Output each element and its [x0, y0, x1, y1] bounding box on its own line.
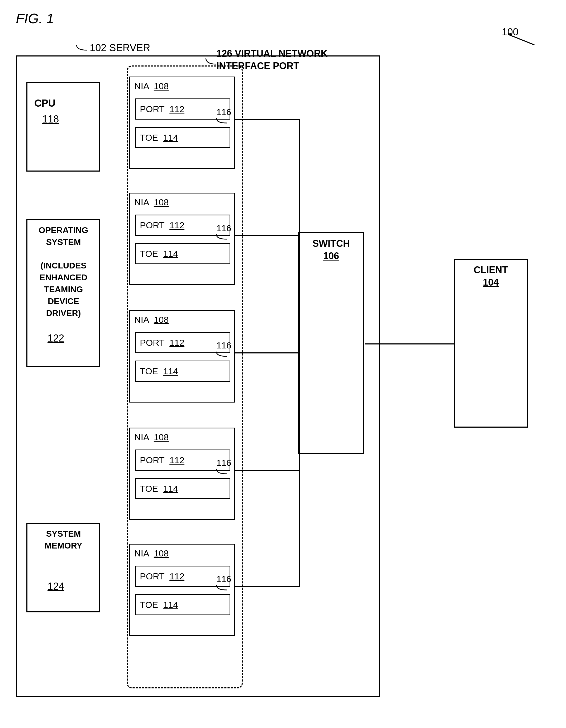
- line-116-4: [234, 470, 299, 471]
- nia-title-4: NIA 108: [134, 432, 169, 442]
- ref-116-label-3: 116: [217, 340, 232, 351]
- switch-client-line: [365, 343, 454, 344]
- client-label: CLIENT104: [456, 264, 525, 289]
- ref-116-label-2: 116: [217, 223, 232, 233]
- server-label: 102 SERVER: [90, 42, 150, 54]
- figure-label: FIG. 1: [16, 11, 54, 26]
- toe-box-4: TOE 114: [135, 478, 230, 499]
- line-116-1: [234, 119, 299, 120]
- ref-116-label-4: 116: [217, 458, 232, 468]
- ref-116-label-1: 116: [217, 107, 232, 117]
- cpu-label: CPU: [34, 98, 55, 109]
- toe-box-3: TOE 114: [135, 361, 230, 382]
- switch-left-line: [299, 119, 300, 587]
- server-brace-icon: [71, 40, 92, 53]
- ref-116-label-5: 116: [217, 574, 232, 584]
- line-116-3: [234, 352, 299, 353]
- ref-100-label: 100: [502, 26, 518, 38]
- sysmem-ref: 124: [48, 581, 64, 592]
- vnip-label: 126 VIRTUAL NETWORKINTERFACE PORT: [217, 48, 327, 72]
- line-116-5: [234, 586, 299, 587]
- nia-title-1: NIA 108: [134, 81, 169, 91]
- os-label: OPERATINGSYSTEM(INCLUDESENHANCEDTEAMINGD…: [29, 224, 98, 319]
- os-ref: 122: [48, 333, 64, 344]
- toe-box-2: TOE 114: [135, 243, 230, 264]
- switch-box: [298, 232, 364, 454]
- nia-title-5: NIA 108: [134, 548, 169, 559]
- nia-title-2: NIA 108: [134, 197, 169, 207]
- nia-title-3: NIA 108: [134, 315, 169, 325]
- toe-box-5: TOE 114: [135, 594, 230, 615]
- toe-box-1: TOE 114: [135, 127, 230, 148]
- cpu-ref: 118: [42, 114, 59, 125]
- sysmem-label: SYSTEMMEMORY: [29, 528, 98, 552]
- switch-label: SWITCH106: [301, 238, 361, 262]
- line-116-2: [234, 235, 299, 236]
- cpu-box: [26, 82, 100, 172]
